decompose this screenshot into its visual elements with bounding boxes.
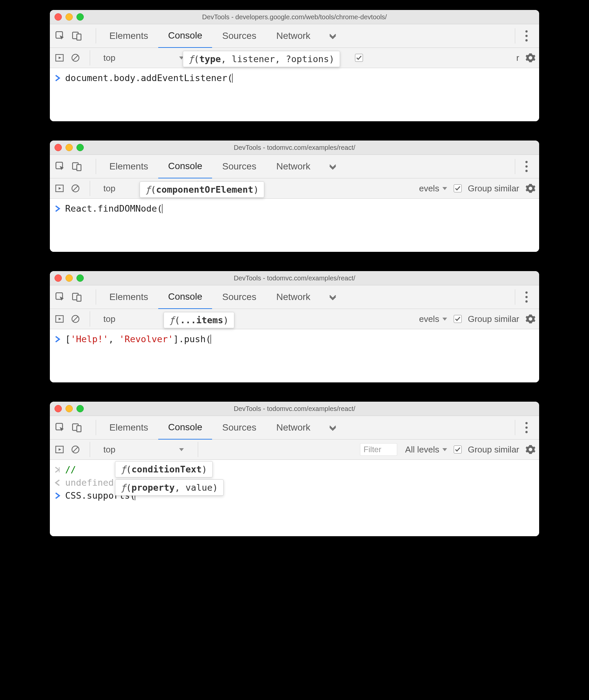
- clear-console-icon[interactable]: [70, 184, 80, 194]
- svg-point-21: [526, 291, 528, 294]
- settings-gear-icon[interactable]: [525, 314, 536, 324]
- group-similar-checkbox[interactable]: [454, 185, 462, 193]
- console-prompt-line[interactable]: document.body.addEventListener(: [54, 71, 535, 84]
- minimize-icon[interactable]: [65, 405, 73, 412]
- close-icon[interactable]: [54, 405, 62, 412]
- svg-point-14: [526, 170, 528, 172]
- sidebar-toggle-icon[interactable]: [54, 444, 64, 454]
- zoom-icon[interactable]: [76, 13, 84, 21]
- tab-elements[interactable]: Elements: [100, 285, 158, 309]
- minimize-icon[interactable]: [65, 144, 73, 151]
- group-similar-checkbox[interactable]: [454, 315, 462, 323]
- more-tabs-icon[interactable]: [327, 424, 338, 431]
- tab-sources[interactable]: Sources: [212, 155, 266, 178]
- context-dropdown[interactable]: top: [100, 444, 188, 455]
- console-body[interactable]: ƒ(...items) ['Help!', 'Revolver'].push(: [50, 329, 539, 382]
- console-prompt-line[interactable]: React.findDOMNode(: [54, 202, 535, 215]
- console-input[interactable]: ['Help!', 'Revolver'].push(: [65, 334, 211, 344]
- minimize-icon[interactable]: [65, 274, 73, 282]
- group-similar-label: r: [516, 53, 519, 63]
- devtools-window: DevTools - todomvc.com/examples/react/ E…: [50, 271, 539, 382]
- zoom-icon[interactable]: [76, 144, 84, 151]
- tab-network[interactable]: Network: [266, 155, 321, 178]
- group-similar-checkbox[interactable]: [454, 445, 462, 453]
- close-icon[interactable]: [54, 274, 62, 282]
- tab-elements[interactable]: Elements: [100, 416, 158, 439]
- tab-network[interactable]: Network: [266, 285, 321, 309]
- group-similar-label: Group similar: [468, 444, 519, 455]
- tab-console[interactable]: Console: [158, 154, 212, 179]
- tab-sources[interactable]: Sources: [212, 285, 266, 309]
- divider: [96, 159, 96, 174]
- svg-point-13: [526, 165, 528, 168]
- tab-sources[interactable]: Sources: [212, 416, 266, 439]
- settings-gear-icon[interactable]: [525, 52, 536, 63]
- filter-input[interactable]: Filter: [360, 443, 397, 456]
- inspect-icon[interactable]: [54, 291, 66, 303]
- clear-console-icon[interactable]: [70, 53, 80, 63]
- zoom-icon[interactable]: [76, 405, 84, 412]
- console-prompt-line[interactable]: ['Help!', 'Revolver'].push(: [54, 333, 535, 346]
- tab-network[interactable]: Network: [266, 416, 321, 439]
- inspect-icon[interactable]: [54, 422, 66, 433]
- prompt-chevron-icon: [54, 205, 60, 212]
- tab-network[interactable]: Network: [266, 24, 321, 47]
- group-similar-checkbox[interactable]: [355, 54, 363, 62]
- inspect-icon[interactable]: [54, 161, 66, 172]
- divider: [90, 311, 90, 327]
- svg-rect-11: [77, 164, 81, 170]
- svg-point-31: [526, 427, 528, 429]
- console-code: undefined: [65, 477, 114, 488]
- tab-elements[interactable]: Elements: [100, 24, 158, 47]
- more-tabs-icon[interactable]: [327, 294, 338, 300]
- console-input[interactable]: document.body.addEventListener(: [65, 73, 233, 83]
- device-toggle-icon[interactable]: [71, 422, 82, 433]
- sidebar-toggle-icon[interactable]: [54, 314, 64, 324]
- svg-rect-20: [77, 295, 81, 301]
- kebab-menu-icon[interactable]: [519, 421, 535, 434]
- close-icon[interactable]: [54, 144, 62, 151]
- settings-gear-icon[interactable]: [525, 183, 536, 194]
- tab-console[interactable]: Console: [158, 24, 212, 48]
- console-input[interactable]: React.findDOMNode(: [65, 203, 163, 214]
- tab-sources[interactable]: Sources: [212, 24, 266, 47]
- signature-tooltip: ƒ(componentOrElement): [140, 182, 264, 198]
- tab-elements[interactable]: Elements: [100, 155, 158, 178]
- close-icon[interactable]: [54, 13, 62, 21]
- device-toggle-icon[interactable]: [71, 291, 82, 303]
- sidebar-toggle-icon[interactable]: [54, 53, 64, 63]
- svg-point-32: [526, 431, 528, 433]
- more-tabs-icon[interactable]: [327, 163, 338, 170]
- devtools-window: DevTools - todomvc.com/examples/react/ E…: [50, 402, 539, 536]
- context-dropdown[interactable]: top: [100, 53, 188, 63]
- inspect-icon[interactable]: [54, 30, 66, 41]
- levels-dropdown[interactable]: All levels: [405, 444, 448, 455]
- console-body[interactable]: ƒ(componentOrElement) React.findDOMNode(: [50, 199, 539, 252]
- console-body[interactable]: ƒ(conditionText)ƒ(property, value) //und…: [50, 460, 539, 536]
- device-toggle-icon[interactable]: [71, 30, 82, 41]
- console-body[interactable]: ƒ(type, listener, ?options) document.bod…: [50, 68, 539, 121]
- signature-tooltip-stack: ƒ(type, listener, ?options): [183, 51, 340, 67]
- prompt-chevron-icon: [54, 336, 60, 343]
- sidebar-toggle-icon[interactable]: [54, 184, 64, 194]
- kebab-menu-icon[interactable]: [519, 30, 535, 42]
- window-title: DevTools - todomvc.com/examples/react/: [234, 274, 355, 282]
- kebab-menu-icon[interactable]: [519, 291, 535, 303]
- clear-console-icon[interactable]: [70, 444, 80, 454]
- zoom-icon[interactable]: [76, 274, 84, 282]
- device-toggle-icon[interactable]: [71, 161, 82, 172]
- minimize-icon[interactable]: [65, 13, 73, 21]
- levels-dropdown[interactable]: evels: [419, 184, 448, 194]
- svg-point-4: [526, 35, 528, 37]
- more-tabs-icon[interactable]: [327, 33, 338, 39]
- clear-console-icon[interactable]: [70, 314, 80, 324]
- kebab-menu-icon[interactable]: [519, 160, 535, 173]
- settings-gear-icon[interactable]: [525, 444, 536, 455]
- svg-point-30: [526, 422, 528, 424]
- divider: [90, 50, 90, 65]
- signature-tooltip: ƒ(property, value): [115, 479, 224, 496]
- tab-console[interactable]: Console: [158, 285, 212, 310]
- svg-line-26: [73, 317, 78, 322]
- levels-dropdown[interactable]: evels: [419, 314, 448, 324]
- tab-console[interactable]: Console: [158, 416, 212, 440]
